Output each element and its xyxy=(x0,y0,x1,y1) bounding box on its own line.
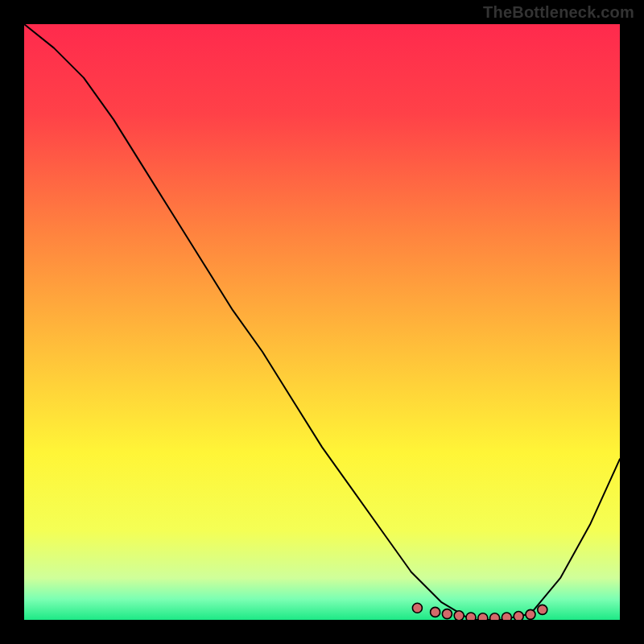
optimal-marker xyxy=(442,609,452,619)
optimal-marker xyxy=(454,611,464,620)
plot-area xyxy=(24,24,620,620)
chart-frame: TheBottleneck.com xyxy=(0,0,644,644)
optimal-marker xyxy=(526,609,535,619)
optimal-marker xyxy=(431,607,440,617)
optimal-marker xyxy=(514,612,523,620)
optimal-marker xyxy=(466,613,476,620)
optimal-marker xyxy=(490,613,500,620)
watermark-text: TheBottleneck.com xyxy=(483,3,634,22)
chart-svg xyxy=(24,24,620,620)
optimal-marker xyxy=(412,603,422,613)
optimal-marker xyxy=(502,613,511,620)
optimal-marker xyxy=(538,605,547,614)
gradient-background xyxy=(24,24,620,620)
optimal-marker xyxy=(478,613,488,620)
